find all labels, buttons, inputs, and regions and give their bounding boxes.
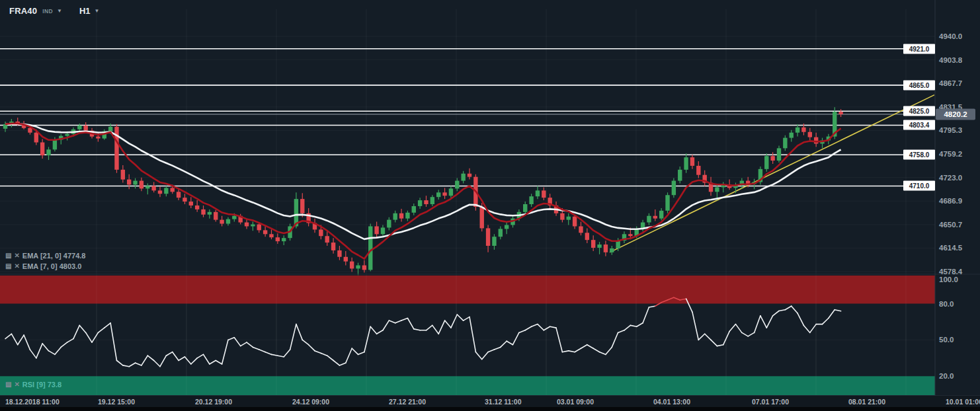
window-bottom-edge bbox=[0, 407, 980, 411]
time-axis-label[interactable]: 07.01 17:00 bbox=[752, 398, 789, 406]
time-axis-label[interactable]: 24.12 09:00 bbox=[292, 398, 329, 406]
trading-platform-window: FRA40 IND ▼ H1 ▼ ▤ ✕ EMA [21, 0] 4774.8 … bbox=[0, 0, 980, 411]
grid-lines bbox=[0, 9, 935, 395]
symbol-name[interactable]: FRA40 bbox=[9, 6, 37, 16]
time-axis-label[interactable]: 03.01 09:00 bbox=[557, 398, 594, 406]
time-axis-label[interactable]: 10.01 01:00 bbox=[946, 398, 980, 406]
indicator-remove-icon[interactable]: ✕ bbox=[14, 252, 19, 259]
indicator-remove-icon[interactable]: ✕ bbox=[14, 263, 19, 270]
rsi-axis-tick[interactable]: 100.0 bbox=[939, 276, 958, 283]
indicator-row-ema7: ▤ ✕ EMA [7, 0] 4803.0 bbox=[5, 262, 81, 270]
indicator-settings-icon[interactable]: ▤ bbox=[5, 252, 11, 259]
price-axis-tick[interactable]: 4795.3 bbox=[939, 126, 962, 134]
timeframe-dropdown-caret-icon[interactable]: ▼ bbox=[95, 8, 100, 14]
price-axis-tick[interactable]: 4940.0 bbox=[939, 32, 962, 40]
price-level-tag: 4865.0 bbox=[903, 80, 935, 90]
time-axis-label[interactable]: 04.01 13:00 bbox=[653, 398, 690, 406]
price-axis-tick[interactable]: 4650.7 bbox=[939, 221, 962, 229]
rsi-axis-tick[interactable]: 20.0 bbox=[939, 372, 954, 380]
timeframe-selector[interactable]: H1 bbox=[79, 6, 91, 16]
price-level-tag: 4803.4 bbox=[903, 120, 935, 130]
price-axis-tick[interactable]: 4903.8 bbox=[939, 56, 962, 64]
price-level-tag: 4758.0 bbox=[903, 150, 935, 160]
indicator-settings-icon[interactable]: ▤ bbox=[5, 381, 11, 388]
time-axis-label[interactable]: 31.12 11:00 bbox=[485, 398, 521, 406]
price-axis-tick[interactable]: 4686.9 bbox=[939, 197, 962, 205]
rsi-axis-tick[interactable]: 80.0 bbox=[939, 300, 954, 308]
last-price-tag: 4820.2 bbox=[936, 108, 975, 120]
horizontal-level-lines bbox=[0, 49, 935, 186]
time-axis-label[interactable]: 20.12 19:00 bbox=[195, 398, 232, 406]
price-axis-tick[interactable]: 4614.5 bbox=[939, 244, 962, 252]
price-axis-tick[interactable]: 4578.4 bbox=[939, 268, 962, 276]
indicator-settings-icon[interactable]: ▤ bbox=[5, 263, 11, 270]
time-axis-label[interactable]: 18.12.2018 11:00 bbox=[5, 398, 60, 406]
price-level-tag: 4825.0 bbox=[903, 106, 935, 116]
price-axis-tick[interactable]: 4723.0 bbox=[939, 174, 962, 182]
time-axis-label[interactable]: 19.12 15:00 bbox=[98, 398, 135, 406]
symbol-market-type: IND bbox=[42, 8, 53, 15]
candles-group bbox=[3, 107, 843, 275]
symbol-toolbar: FRA40 IND ▼ H1 ▼ bbox=[9, 6, 100, 16]
indicator-row-rsi: ▤ ✕ RSI [9] 73.8 bbox=[5, 381, 61, 389]
rsi-label: RSI [9] 73.8 bbox=[22, 381, 61, 389]
price-axis-tick[interactable]: 4867.7 bbox=[939, 79, 962, 87]
time-axis-label[interactable]: 27.12 21:00 bbox=[389, 398, 426, 406]
rsi-axis-tick[interactable]: 50.0 bbox=[939, 336, 954, 344]
symbol-dropdown-caret-icon[interactable]: ▼ bbox=[57, 8, 62, 14]
trendline bbox=[610, 95, 934, 252]
price-level-tag: 4921.0 bbox=[903, 44, 935, 54]
chart-canvas[interactable] bbox=[0, 0, 980, 411]
time-axis-label[interactable]: 08.01 21:00 bbox=[848, 398, 885, 406]
rsi-zones bbox=[0, 276, 935, 395]
price-level-tag: 4710.0 bbox=[903, 181, 935, 191]
ema7-label: EMA [7, 0] 4803.0 bbox=[22, 262, 81, 270]
indicator-row-ema21: ▤ ✕ EMA [21, 0] 4774.8 bbox=[5, 252, 85, 260]
price-axis-tick[interactable]: 4759.2 bbox=[939, 150, 962, 158]
rsi-line bbox=[5, 297, 841, 366]
indicator-remove-icon[interactable]: ✕ bbox=[14, 381, 19, 388]
ema21-label: EMA [21, 0] 4774.8 bbox=[22, 252, 86, 260]
